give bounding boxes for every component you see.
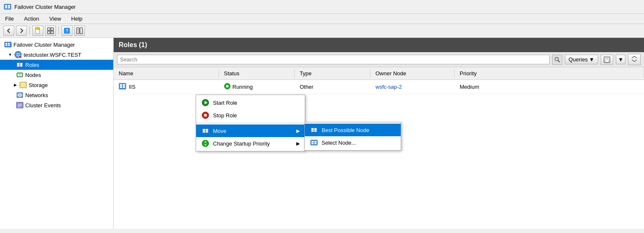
ctx-start-role[interactable]: Start Role (196, 96, 305, 109)
sidebar-label-fcm: Failover Cluster Manager (13, 42, 75, 48)
sub-select-node[interactable]: Select Node... (305, 136, 401, 149)
best-node-icon (310, 126, 318, 134)
status-icon (224, 83, 231, 91)
cell-owner: wsfc-sap-2 (370, 82, 455, 91)
svg-point-51 (555, 57, 558, 61)
sidebar: Failover Cluster Manager ▼ ! testcluster… (0, 38, 114, 229)
sidebar-item-roles[interactable]: Roles (0, 60, 113, 70)
app-title: Failover Cluster Manager (14, 4, 76, 10)
chevron-testcluster: ▼ (8, 53, 13, 57)
priority-icon (201, 139, 210, 148)
grid-button[interactable] (45, 26, 56, 36)
svg-rect-31 (17, 63, 19, 65)
panel-button[interactable] (74, 26, 85, 36)
svg-rect-11 (51, 31, 53, 34)
app-icon (3, 3, 12, 11)
select-node-icon (310, 138, 318, 147)
sidebar-label-roles: Roles (25, 62, 39, 68)
svg-rect-42 (21, 86, 26, 87)
forward-button[interactable] (16, 26, 27, 36)
toolbar-sep-1 (29, 26, 30, 35)
queries-chevron: ▼ (589, 56, 594, 63)
help-button[interactable]: ? (61, 26, 72, 36)
storage-icon (19, 81, 27, 89)
sidebar-item-cluster-events[interactable]: Cluster Events (0, 100, 113, 110)
svg-rect-32 (20, 63, 22, 65)
col-header-status[interactable]: Status (219, 69, 295, 78)
ctx-priority-label: Change Startup Priority (213, 140, 270, 147)
events-icon (16, 101, 24, 109)
svg-rect-1 (5, 5, 7, 7)
sidebar-label-testcluster: testcluster.WSFC.TEST (24, 52, 81, 58)
svg-rect-56 (606, 60, 608, 62)
svg-rect-37 (19, 74, 21, 74)
svg-rect-21 (5, 45, 7, 46)
content-area: Roles (1) Queries ▼ (114, 38, 644, 229)
search-button[interactable] (552, 55, 562, 65)
svg-rect-7 (35, 27, 39, 29)
svg-rect-26 (18, 53, 19, 56)
sidebar-item-networks[interactable]: Networks (0, 90, 113, 100)
sidebar-item-storage[interactable]: ▶ Storage (0, 80, 113, 90)
priority-arrow-icon: ▶ (296, 141, 300, 146)
svg-rect-59 (123, 84, 125, 86)
context-menu: Start Role Stop Role (196, 95, 305, 151)
svg-rect-9 (51, 28, 53, 30)
save-button[interactable] (601, 55, 613, 65)
sub-best-node-label: Best Possible Node (322, 127, 369, 133)
cell-name: IIS (114, 81, 219, 93)
back-button[interactable] (3, 26, 14, 36)
svg-rect-19 (5, 43, 7, 44)
col-header-name[interactable]: Name (114, 69, 219, 78)
svg-rect-77 (311, 128, 314, 130)
sub-select-node-label: Select Node... (322, 140, 356, 146)
sub-best-possible-node[interactable]: Best Possible Node (305, 124, 401, 136)
col-header-priority[interactable]: Priority (455, 69, 644, 78)
table-header: Name Status Type Owner Node Priority (114, 67, 644, 80)
ctx-stop-role-label: Stop Role (213, 112, 237, 119)
col-header-owner[interactable]: Owner Node (370, 69, 455, 78)
svg-rect-79 (311, 130, 314, 132)
title-bar: Failover Cluster Manager (0, 0, 644, 14)
expand-button[interactable] (628, 54, 641, 65)
menu-action[interactable]: Action (22, 15, 41, 23)
networks-icon (16, 91, 24, 99)
menu-file[interactable]: File (3, 15, 16, 23)
svg-rect-70 (206, 129, 208, 131)
ctx-move[interactable]: Move ▶ (196, 124, 305, 137)
svg-rect-67 (204, 114, 207, 116)
main-layout: Failover Cluster Manager ▼ ! testcluster… (0, 38, 644, 229)
queries-button[interactable]: Queries ▼ (565, 55, 598, 64)
sidebar-item-failover-cluster-manager[interactable]: Failover Cluster Manager (0, 40, 113, 50)
cell-type: Other (295, 82, 370, 91)
ctx-stop-role[interactable]: Stop Role (196, 109, 305, 122)
table-row[interactable]: IIS Running Other wsfc-sap-2 Medium (114, 80, 644, 94)
sidebar-label-networks: Networks (25, 92, 48, 98)
save-dropdown-arrow[interactable]: ▼ (616, 55, 625, 64)
roles-title: Roles (1) (119, 41, 147, 48)
menu-view[interactable]: View (48, 15, 63, 23)
svg-rect-60 (120, 86, 122, 88)
col-header-type[interactable]: Type (295, 69, 370, 78)
ctx-change-startup-priority[interactable]: Change Startup Priority ▶ (196, 137, 305, 150)
svg-rect-69 (203, 129, 205, 131)
move-arrow-icon: ▶ (296, 128, 300, 134)
chevron-storage: ▶ (13, 83, 18, 87)
submenu: Best Possible Node Select Node... (304, 122, 401, 151)
sidebar-item-testcluster[interactable]: ▼ ! testcluster.WSFC.TEST (0, 50, 113, 60)
svg-rect-82 (311, 141, 314, 143)
menu-help[interactable]: Help (69, 15, 84, 23)
cell-priority: Medium (455, 82, 644, 91)
roles-header: Roles (1) (114, 38, 644, 52)
sidebar-label-cluster-events: Cluster Events (25, 102, 61, 109)
sidebar-item-nodes[interactable]: Nodes (0, 70, 113, 80)
svg-rect-78 (314, 128, 317, 130)
svg-text:?: ? (66, 28, 69, 33)
svg-rect-4 (8, 7, 10, 8)
search-input[interactable] (117, 55, 550, 64)
file-button[interactable] (32, 26, 43, 36)
svg-rect-47 (16, 102, 23, 108)
svg-rect-61 (123, 86, 125, 88)
svg-rect-83 (314, 141, 317, 143)
svg-rect-8 (48, 28, 50, 30)
